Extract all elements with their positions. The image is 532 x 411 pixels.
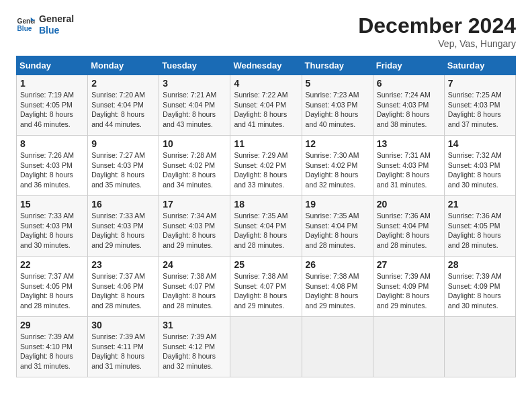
day-number: 26 (306, 259, 369, 270)
day-detail: Sunrise: 7:38 AMSunset: 4:08 PMDaylight:… (306, 271, 369, 311)
day-header-sunday: Sunday (17, 56, 88, 75)
calendar-cell: 22Sunrise: 7:37 AMSunset: 4:05 PMDayligh… (17, 257, 88, 317)
page-header: General Blue General Blue December 2024 … (16, 13, 516, 49)
calendar-cell: 24Sunrise: 7:38 AMSunset: 4:07 PMDayligh… (159, 257, 230, 317)
calendar-cell: 14Sunrise: 7:32 AMSunset: 4:03 PMDayligh… (444, 136, 515, 196)
day-number: 7 (448, 78, 512, 89)
day-detail: Sunrise: 7:20 AMSunset: 4:04 PMDaylight:… (91, 90, 155, 130)
calendar-cell: 6Sunrise: 7:24 AMSunset: 4:03 PMDaylight… (373, 75, 444, 136)
calendar-cell: 18Sunrise: 7:35 AMSunset: 4:04 PMDayligh… (230, 196, 302, 257)
title-area: December 2024 Vep, Vas, Hungary (358, 13, 516, 49)
day-detail: Sunrise: 7:30 AMSunset: 4:02 PMDaylight:… (306, 150, 369, 190)
calendar-cell: 7Sunrise: 7:25 AMSunset: 4:03 PMDaylight… (444, 75, 515, 136)
day-detail: Sunrise: 7:39 AMSunset: 4:10 PMDaylight:… (20, 332, 84, 371)
day-detail: Sunrise: 7:33 AMSunset: 4:03 PMDaylight:… (20, 211, 84, 250)
day-number: 24 (163, 259, 226, 270)
day-detail: Sunrise: 7:22 AMSunset: 4:04 PMDaylight:… (234, 90, 298, 130)
day-number: 18 (234, 199, 298, 210)
day-number: 13 (377, 138, 441, 149)
calendar-cell: 31Sunrise: 7:39 AMSunset: 4:12 PMDayligh… (159, 317, 230, 377)
day-header-saturday: Saturday (444, 56, 515, 75)
calendar-table: SundayMondayTuesdayWednesdayThursdayFrid… (16, 56, 516, 377)
calendar-week-row: 8Sunrise: 7:26 AMSunset: 4:03 PMDaylight… (17, 136, 516, 196)
calendar-subtitle: Vep, Vas, Hungary (358, 38, 516, 49)
calendar-cell: 23Sunrise: 7:37 AMSunset: 4:06 PMDayligh… (88, 257, 159, 317)
day-detail: Sunrise: 7:39 AMSunset: 4:09 PMDaylight:… (448, 271, 512, 311)
day-header-tuesday: Tuesday (159, 56, 230, 75)
calendar-cell: 19Sunrise: 7:35 AMSunset: 4:04 PMDayligh… (302, 196, 373, 257)
day-detail: Sunrise: 7:37 AMSunset: 4:06 PMDaylight:… (91, 271, 155, 311)
day-number: 31 (163, 320, 226, 330)
day-detail: Sunrise: 7:36 AMSunset: 4:04 PMDaylight:… (377, 211, 441, 250)
calendar-cell: 12Sunrise: 7:30 AMSunset: 4:02 PMDayligh… (302, 136, 373, 196)
day-detail: Sunrise: 7:35 AMSunset: 4:04 PMDaylight:… (234, 211, 298, 250)
day-detail: Sunrise: 7:33 AMSunset: 4:03 PMDaylight:… (91, 211, 155, 250)
calendar-cell: 11Sunrise: 7:29 AMSunset: 4:02 PMDayligh… (230, 136, 302, 196)
day-detail: Sunrise: 7:28 AMSunset: 4:02 PMDaylight:… (163, 150, 226, 190)
day-detail: Sunrise: 7:29 AMSunset: 4:02 PMDaylight:… (234, 150, 298, 190)
calendar-cell: 27Sunrise: 7:39 AMSunset: 4:09 PMDayligh… (373, 257, 444, 317)
day-header-thursday: Thursday (302, 56, 373, 75)
calendar-cell (444, 317, 515, 377)
calendar-week-row: 22Sunrise: 7:37 AMSunset: 4:05 PMDayligh… (17, 257, 516, 317)
day-detail: Sunrise: 7:23 AMSunset: 4:03 PMDaylight:… (306, 90, 369, 130)
day-detail: Sunrise: 7:36 AMSunset: 4:05 PMDaylight:… (448, 211, 512, 250)
day-number: 15 (20, 199, 84, 210)
day-number: 12 (306, 138, 369, 149)
day-number: 6 (377, 78, 441, 89)
calendar-cell: 8Sunrise: 7:26 AMSunset: 4:03 PMDaylight… (17, 136, 88, 196)
calendar-cell: 28Sunrise: 7:39 AMSunset: 4:09 PMDayligh… (444, 257, 515, 317)
day-detail: Sunrise: 7:21 AMSunset: 4:04 PMDaylight:… (163, 90, 226, 130)
day-detail: Sunrise: 7:39 AMSunset: 4:12 PMDaylight:… (163, 332, 226, 371)
day-detail: Sunrise: 7:26 AMSunset: 4:03 PMDaylight:… (20, 150, 84, 190)
calendar-cell: 10Sunrise: 7:28 AMSunset: 4:02 PMDayligh… (159, 136, 230, 196)
day-detail: Sunrise: 7:34 AMSunset: 4:03 PMDaylight:… (163, 211, 226, 250)
day-number: 14 (448, 138, 512, 149)
day-number: 16 (91, 199, 155, 210)
logo: General Blue General Blue (16, 13, 74, 36)
logo-line1: General (39, 13, 74, 25)
calendar-cell: 13Sunrise: 7:31 AMSunset: 4:03 PMDayligh… (373, 136, 444, 196)
calendar-cell: 29Sunrise: 7:39 AMSunset: 4:10 PMDayligh… (17, 317, 88, 377)
day-number: 23 (91, 259, 155, 270)
day-detail: Sunrise: 7:38 AMSunset: 4:07 PMDaylight:… (163, 271, 226, 311)
calendar-cell: 16Sunrise: 7:33 AMSunset: 4:03 PMDayligh… (88, 196, 159, 257)
day-number: 10 (163, 138, 226, 149)
day-header-friday: Friday (373, 56, 444, 75)
calendar-cell: 30Sunrise: 7:39 AMSunset: 4:11 PMDayligh… (88, 317, 159, 377)
day-number: 28 (448, 259, 512, 270)
day-detail: Sunrise: 7:35 AMSunset: 4:04 PMDaylight:… (306, 211, 369, 250)
calendar-week-row: 1Sunrise: 7:19 AMSunset: 4:05 PMDaylight… (17, 75, 516, 136)
day-detail: Sunrise: 7:24 AMSunset: 4:03 PMDaylight:… (377, 90, 441, 130)
logo-line2: Blue (39, 25, 74, 36)
day-detail: Sunrise: 7:31 AMSunset: 4:03 PMDaylight:… (377, 150, 441, 190)
calendar-week-row: 29Sunrise: 7:39 AMSunset: 4:10 PMDayligh… (17, 317, 516, 377)
day-number: 29 (20, 320, 84, 330)
calendar-header-row: SundayMondayTuesdayWednesdayThursdayFrid… (17, 56, 516, 75)
day-number: 22 (20, 259, 84, 270)
day-detail: Sunrise: 7:32 AMSunset: 4:03 PMDaylight:… (448, 150, 512, 190)
day-number: 27 (377, 259, 441, 270)
day-number: 9 (91, 138, 155, 149)
calendar-cell: 5Sunrise: 7:23 AMSunset: 4:03 PMDaylight… (302, 75, 373, 136)
day-detail: Sunrise: 7:39 AMSunset: 4:11 PMDaylight:… (91, 332, 155, 371)
calendar-cell (373, 317, 444, 377)
day-header-monday: Monday (88, 56, 159, 75)
day-number: 25 (234, 259, 298, 270)
day-detail: Sunrise: 7:38 AMSunset: 4:07 PMDaylight:… (234, 271, 298, 311)
day-number: 4 (234, 78, 298, 89)
calendar-cell: 2Sunrise: 7:20 AMSunset: 4:04 PMDaylight… (88, 75, 159, 136)
day-number: 11 (234, 138, 298, 149)
calendar-cell: 9Sunrise: 7:27 AMSunset: 4:03 PMDaylight… (88, 136, 159, 196)
day-number: 17 (163, 199, 226, 210)
svg-text:Blue: Blue (17, 25, 32, 32)
calendar-cell (302, 317, 373, 377)
day-number: 1 (20, 78, 84, 89)
calendar-cell (230, 317, 302, 377)
calendar-cell: 17Sunrise: 7:34 AMSunset: 4:03 PMDayligh… (159, 196, 230, 257)
calendar-cell: 25Sunrise: 7:38 AMSunset: 4:07 PMDayligh… (230, 257, 302, 317)
day-detail: Sunrise: 7:37 AMSunset: 4:05 PMDaylight:… (20, 271, 84, 311)
day-number: 30 (91, 320, 155, 330)
calendar-cell: 4Sunrise: 7:22 AMSunset: 4:04 PMDaylight… (230, 75, 302, 136)
day-number: 3 (163, 78, 226, 89)
